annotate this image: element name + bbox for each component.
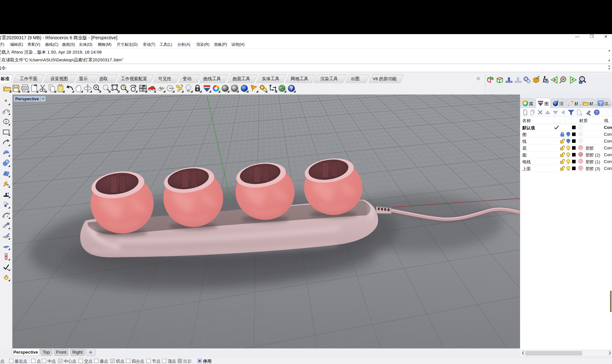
svg-text:?: ?: [290, 85, 293, 92]
svg-text:?: ?: [595, 110, 598, 115]
svg-text:?: ?: [600, 102, 602, 106]
